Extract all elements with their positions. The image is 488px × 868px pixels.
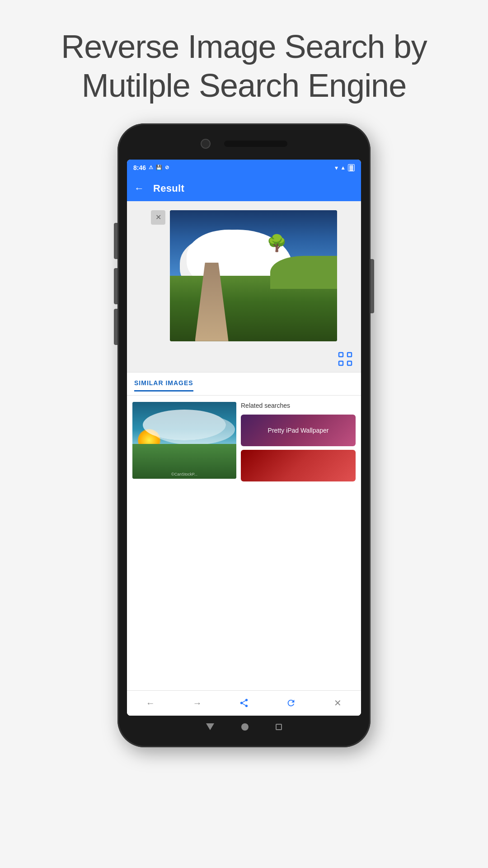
status-time: 8:46 (133, 164, 146, 171)
nav-refresh-button[interactable] (281, 693, 301, 713)
wifi-icon: ▾ (335, 164, 338, 171)
phone-bottom-bar (117, 716, 371, 743)
phone-shell: 8:46 ⚠ 💾 ⊘ ▾ ▲ ▓ ← Result ✕ (117, 123, 371, 747)
back-button[interactable]: ← (134, 183, 144, 194)
related-card-1-text: Pretty iPad Wallpaper (241, 415, 356, 446)
status-icons: ▾ ▲ ▓ (335, 164, 355, 171)
screen-content: ✕ 🌳 (127, 201, 361, 716)
status-left: 8:46 ⚠ 💾 ⊘ (133, 164, 169, 171)
alert-icon: ⚠ (149, 165, 153, 170)
close-button[interactable]: ✕ (151, 210, 165, 225)
related-card-2[interactable] (241, 450, 356, 481)
related-card-2-text (241, 450, 356, 481)
headline-line2: Mutilple Search Engine (82, 67, 406, 104)
watermark-text: ©CanStockP... (171, 472, 197, 476)
related-card-1[interactable]: Pretty iPad Wallpaper (241, 415, 356, 446)
bottom-nav: ← → ✕ (127, 690, 361, 716)
camera-dot (201, 139, 211, 149)
nav-share-button[interactable] (234, 693, 254, 713)
nav-forward-icon: → (192, 698, 202, 708)
nav-back-button[interactable]: ← (141, 693, 160, 713)
nav-close-button[interactable]: ✕ (328, 693, 347, 713)
nav-dot-home (241, 723, 249, 731)
nav-forward-button[interactable]: → (187, 693, 207, 713)
image-preview-area: ✕ 🌳 (127, 201, 361, 346)
main-image[interactable]: 🌳 (170, 210, 337, 341)
battery-icon: ▓ (348, 164, 355, 171)
status-bar: 8:46 ⚠ 💾 ⊘ ▾ ▲ ▓ (127, 160, 361, 176)
related-searches: Related searches Pretty iPad Wallpaper (241, 402, 356, 684)
signal-icon: ▲ (340, 165, 346, 171)
similar-section: SIMILAR IMAGES (127, 373, 361, 392)
nav-back-icon: ← (146, 698, 155, 708)
svg-rect-3 (347, 361, 352, 365)
icon-row (127, 346, 361, 372)
app-bar-title: Result (153, 183, 184, 194)
similar-images-tab[interactable]: SIMILAR IMAGES (134, 379, 193, 392)
related-searches-label: Related searches (241, 402, 356, 409)
scan-search-icon[interactable] (337, 350, 354, 368)
results-area: ©CanStockP... Related searches Pretty iP… (127, 396, 361, 690)
speaker-grille (224, 141, 287, 147)
headline-line1: Reverse Image Search by (61, 28, 427, 65)
phone-screen: 8:46 ⚠ 💾 ⊘ ▾ ▲ ▓ ← Result ✕ (127, 160, 361, 716)
phone-top-bar (117, 123, 371, 160)
do-not-disturb-icon: ⊘ (165, 165, 169, 170)
svg-rect-0 (339, 353, 343, 357)
svg-rect-1 (347, 353, 352, 357)
headline: Reverse Image Search by Mutilple Search … (25, 0, 463, 123)
svg-rect-2 (339, 361, 343, 365)
similar-thumbnail[interactable]: ©CanStockP... (132, 402, 236, 479)
nav-square-recent (276, 724, 282, 730)
nav-close-icon: ✕ (334, 698, 342, 708)
app-bar: ← Result (127, 176, 361, 201)
nav-triangle-back (206, 723, 214, 730)
sd-icon: 💾 (156, 165, 162, 170)
